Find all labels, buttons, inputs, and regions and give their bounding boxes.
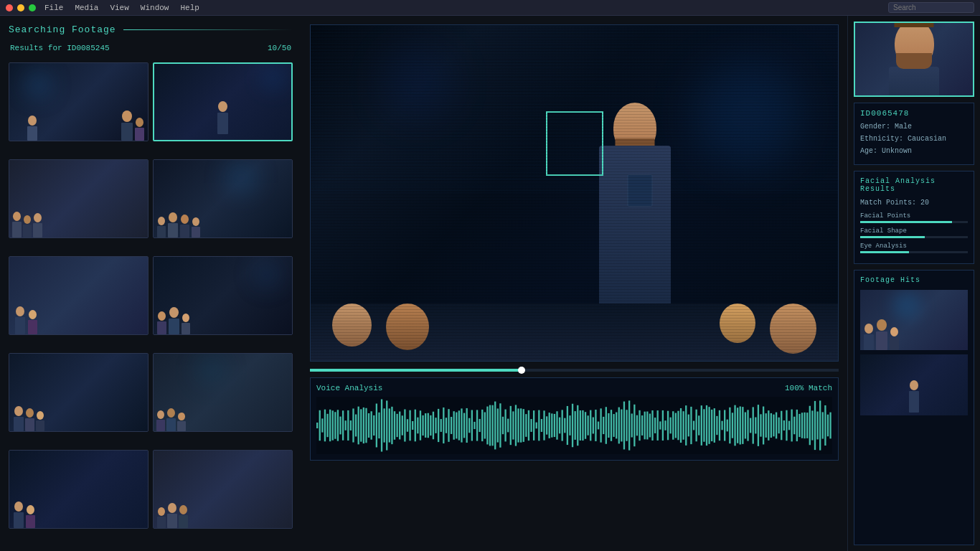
svg-rect-9 <box>339 417 341 435</box>
svg-rect-57 <box>463 413 465 438</box>
svg-rect-191 <box>809 406 811 445</box>
svg-rect-50 <box>446 418 447 433</box>
thumbnail-7[interactable] <box>9 353 149 432</box>
svg-rect-87 <box>541 419 542 432</box>
svg-rect-166 <box>745 413 746 439</box>
svg-rect-183 <box>788 421 790 430</box>
svg-rect-180 <box>781 411 782 441</box>
svg-rect-1 <box>319 410 321 441</box>
svg-rect-144 <box>688 415 689 437</box>
svg-rect-2 <box>321 418 323 432</box>
svg-rect-140 <box>677 411 679 441</box>
facial-shape-row: Facial Shape <box>860 227 968 238</box>
svg-rect-145 <box>690 407 692 444</box>
thumbnail-3[interactable] <box>9 159 149 238</box>
voice-analysis-label: Voice Analysis <box>316 384 382 392</box>
menu-window[interactable]: Window <box>141 4 169 12</box>
svg-rect-169 <box>753 407 754 443</box>
svg-rect-16 <box>358 407 359 445</box>
svg-rect-54 <box>456 413 457 439</box>
svg-rect-178 <box>776 413 777 439</box>
thumbnail-6[interactable] <box>153 256 293 335</box>
svg-rect-28 <box>389 408 390 442</box>
results-label: Results for ID0085245 <box>10 44 110 52</box>
svg-rect-131 <box>654 418 656 433</box>
svg-rect-31 <box>396 414 397 437</box>
svg-rect-41 <box>422 415 423 435</box>
svg-rect-125 <box>639 410 640 441</box>
face-tracking-box <box>546 111 603 176</box>
thumbnail-2[interactable] <box>153 62 293 141</box>
left-panel: Searching Footage Results for ID0085245 … <box>0 16 301 551</box>
svg-rect-51 <box>448 409 449 442</box>
svg-rect-42 <box>425 413 426 438</box>
thumbnail-1[interactable] <box>9 62 149 141</box>
svg-rect-156 <box>719 410 720 441</box>
video-scrubber[interactable] <box>310 369 839 372</box>
id-gender: Gender: Male <box>860 122 968 132</box>
svg-rect-72 <box>502 417 504 434</box>
svg-rect-134 <box>662 410 664 441</box>
svg-rect-20 <box>368 413 369 438</box>
svg-rect-66 <box>486 407 488 445</box>
svg-rect-189 <box>804 413 805 438</box>
svg-rect-119 <box>623 402 625 450</box>
svg-rect-100 <box>575 411 576 440</box>
svg-rect-46 <box>435 418 436 433</box>
id-ethnicity: Ethnicity: Caucasian <box>860 134 968 144</box>
svg-rect-128 <box>646 412 648 440</box>
hit-thumbnail-2[interactable] <box>860 354 968 415</box>
section-title: Searching Footage <box>9 24 116 35</box>
waveform-svg <box>316 397 832 454</box>
svg-rect-117 <box>618 408 620 444</box>
svg-rect-173 <box>763 407 764 445</box>
menu-media[interactable]: Media <box>75 4 98 12</box>
svg-rect-44 <box>430 415 431 435</box>
svg-rect-35 <box>407 419 408 432</box>
close-button[interactable] <box>6 4 13 11</box>
svg-rect-22 <box>373 415 374 435</box>
svg-rect-71 <box>499 403 501 447</box>
speaker-figure <box>534 60 735 303</box>
thumbnail-9[interactable] <box>9 450 149 529</box>
svg-rect-12 <box>347 410 349 441</box>
svg-rect-23 <box>376 404 377 448</box>
svg-rect-49 <box>443 408 444 443</box>
thumbnail-5[interactable] <box>9 256 149 335</box>
svg-rect-186 <box>796 410 798 441</box>
facial-analysis-title: Facial Analysis Results <box>860 177 968 193</box>
svg-rect-170 <box>755 418 756 434</box>
svg-rect-26 <box>383 408 385 442</box>
svg-rect-73 <box>504 410 506 442</box>
svg-rect-116 <box>616 413 617 439</box>
svg-rect-17 <box>360 409 362 441</box>
svg-rect-154 <box>714 408 715 443</box>
svg-rect-10 <box>342 410 344 441</box>
thumbnail-10[interactable] <box>153 450 293 529</box>
svg-rect-142 <box>682 411 684 440</box>
menu-file[interactable]: File <box>44 4 63 12</box>
svg-rect-172 <box>760 414 761 436</box>
svg-rect-101 <box>577 405 578 446</box>
thumbnail-4[interactable] <box>153 159 293 238</box>
menu-bar: File Media View Window Help <box>44 4 199 12</box>
svg-rect-97 <box>567 406 568 445</box>
waveform-container <box>316 397 832 454</box>
thumbnail-8[interactable] <box>153 353 293 432</box>
svg-rect-160 <box>729 408 730 443</box>
main-video[interactable] <box>310 24 839 362</box>
maximize-button[interactable] <box>29 4 36 11</box>
hit-thumbnail-1[interactable] <box>860 290 968 350</box>
right-panel: ID0065478 Gender: Male Ethnicity: Caucas… <box>847 16 980 551</box>
svg-rect-15 <box>355 415 357 437</box>
search-input[interactable] <box>888 2 974 13</box>
svg-rect-127 <box>644 412 646 440</box>
svg-rect-7 <box>334 412 336 438</box>
svg-rect-19 <box>365 408 367 443</box>
voice-analysis-section: Voice Analysis 100% Match <box>310 377 839 461</box>
svg-rect-40 <box>420 410 421 440</box>
menu-view[interactable]: View <box>110 4 128 12</box>
minimize-button[interactable] <box>17 4 24 11</box>
menu-help[interactable]: Help <box>180 4 199 12</box>
svg-rect-135 <box>664 420 666 430</box>
